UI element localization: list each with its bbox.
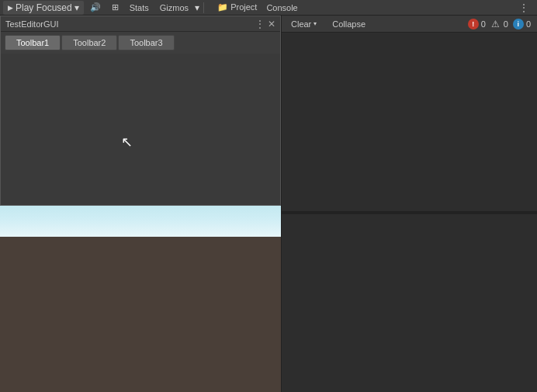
editor-content: ↖	[1, 54, 280, 205]
editor-title-bar: TestEditorGUI ⋮ ✕	[1, 16, 280, 32]
console-content	[282, 33, 537, 211]
info-count: 0	[526, 19, 531, 29]
project-tab-icon: 📁	[217, 2, 228, 12]
editor-controls: ⋮ ✕	[255, 19, 275, 29]
scene-ground	[0, 237, 281, 392]
console-detail-content	[282, 214, 537, 393]
collapse-button[interactable]: Collapse	[326, 19, 372, 29]
editor-window-title: TestEditorGUI	[5, 19, 58, 29]
warn-badge[interactable]: ⚠ 0	[490, 19, 508, 29]
gizmos-dropdown-icon: ▾	[195, 2, 199, 13]
collapse-label: Collapse	[332, 19, 366, 29]
info-icon: i	[513, 19, 524, 29]
warn-count: 0	[504, 19, 508, 29]
clear-dropdown-icon: ▾	[314, 20, 317, 27]
top-bar: ▶ Play Focused ▾ 🔊 ⊞ Stats Gizmos▾ 📁 Pro…	[0, 0, 537, 16]
error-count: 0	[481, 19, 486, 29]
editor-window: TestEditorGUI ⋮ ✕ Toolbar1 Toolbar2 Tool…	[0, 16, 281, 206]
editor-more-icon[interactable]: ⋮	[255, 19, 265, 29]
tab-area: 📁 Project Console	[213, 1, 303, 14]
toolbar2-btn[interactable]: Toolbar2	[61, 35, 117, 50]
play-focused-btn[interactable]: ▶ Play Focused ▾	[3, 1, 84, 15]
console-tab-label: Console	[266, 3, 297, 12]
editor-close-icon[interactable]: ✕	[268, 19, 275, 29]
play-dropdown-icon: ▾	[74, 2, 79, 13]
right-panel: Clear ▾ Collapse ! 0 ⚠ 0 i 0	[282, 16, 537, 392]
play-icon: ▶	[8, 4, 13, 12]
top-bar-menu-icon[interactable]: ⋮	[514, 0, 534, 16]
main-layout: TestEditorGUI ⋮ ✕ Toolbar1 Toolbar2 Tool…	[0, 16, 537, 392]
console-toolbar: Clear ▾ Collapse ! 0 ⚠ 0 i 0	[282, 16, 537, 33]
scene-area	[0, 194, 281, 392]
audio-icon[interactable]: 🔊	[85, 1, 106, 14]
tab-console[interactable]: Console	[262, 2, 302, 14]
grid-icon[interactable]: ⊞	[107, 1, 123, 14]
info-badge[interactable]: i 0	[513, 19, 531, 29]
editor-toolbar: Toolbar1 Toolbar2 Toolbar3	[1, 32, 280, 54]
divider	[203, 2, 204, 13]
gizmos-btn[interactable]: Gizmos	[155, 2, 193, 14]
toolbar1-btn[interactable]: Toolbar1	[5, 35, 61, 50]
clear-button[interactable]: Clear ▾	[285, 19, 323, 29]
console-badges: ! 0 ⚠ 0 i 0	[468, 19, 534, 29]
toolbar3-btn[interactable]: Toolbar3	[118, 35, 174, 50]
warn-icon: ⚠	[490, 19, 501, 29]
clear-label: Clear	[291, 19, 311, 29]
error-badge[interactable]: ! 0	[468, 19, 486, 29]
project-tab-label: Project	[230, 2, 257, 12]
error-icon: !	[468, 19, 479, 29]
stats-btn[interactable]: Stats	[125, 2, 154, 14]
left-panel: TestEditorGUI ⋮ ✕ Toolbar1 Toolbar2 Tool…	[0, 16, 281, 392]
play-focused-label: Play Focused	[16, 2, 72, 13]
tab-project[interactable]: 📁 Project	[213, 1, 262, 14]
